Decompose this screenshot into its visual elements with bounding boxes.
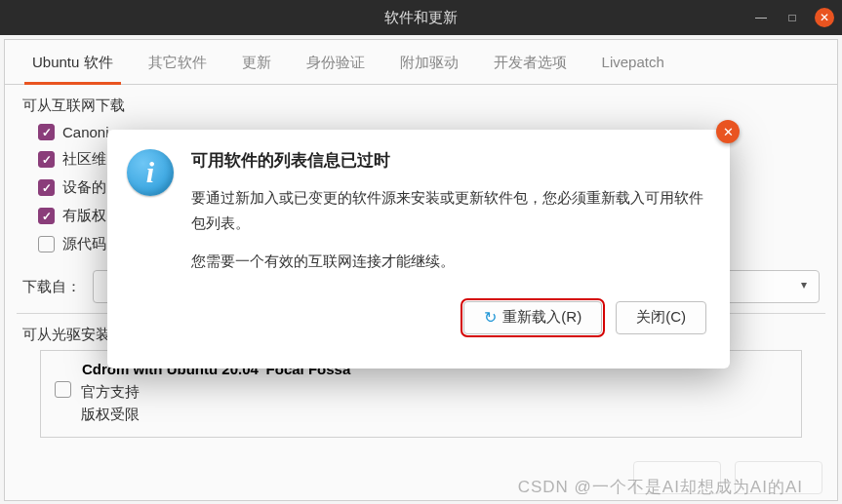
- reload-button[interactable]: ↻ 重新载入(R): [463, 301, 602, 334]
- tab-authentication[interactable]: 身份验证: [289, 40, 382, 84]
- download-label: 下载自：: [22, 278, 83, 296]
- modal-title: 可用软件的列表信息已过时: [191, 149, 706, 172]
- info-icon: i: [127, 149, 174, 196]
- checkbox-icon[interactable]: [55, 381, 71, 398]
- modal-close-button[interactable]: 关闭(C): [616, 301, 706, 334]
- modal-text: 可用软件的列表信息已过时 要通过新加入或已变更的软件源来安装或更新软件包，您必须…: [191, 149, 706, 288]
- checkbox-icon[interactable]: [38, 151, 55, 168]
- close-label: 关闭(C): [636, 308, 686, 327]
- modal-line1: 要通过新加入或已变更的软件源来安装或更新软件包，您必须重新载入可用软件包列表。: [191, 185, 706, 235]
- reload-icon: ↻: [484, 308, 497, 327]
- check-label: 设备的: [62, 178, 106, 197]
- tab-developer-options[interactable]: 开发者选项: [476, 40, 584, 84]
- modal-line2: 您需要一个有效的互联网连接才能继续。: [191, 249, 706, 274]
- reload-modal: ✕ i 可用软件的列表信息已过时 要通过新加入或已变更的软件源来安装或更新软件包…: [107, 130, 730, 368]
- section-title: 可从互联网下载: [22, 97, 820, 115]
- check-label: Canoni: [62, 124, 109, 140]
- tab-other-software[interactable]: 其它软件: [131, 40, 224, 84]
- modal-actions: ↻ 重新载入(R) 关闭(C): [107, 301, 730, 354]
- cdrom-sub: 官方支持 版权受限: [81, 381, 140, 425]
- check-label: 社区维: [62, 150, 106, 169]
- titlebar-controls: — □ ✕: [752, 8, 834, 27]
- watermark: CSDN @一个不是AI却想成为AI的AI: [518, 476, 803, 498]
- tab-updates[interactable]: 更新: [224, 40, 289, 84]
- checkbox-icon[interactable]: [38, 179, 55, 196]
- checkbox-icon[interactable]: [38, 236, 55, 252]
- modal-body: i 可用软件的列表信息已过时 要通过新加入或已变更的软件源来安装或更新软件包，您…: [107, 130, 730, 301]
- checkbox-icon[interactable]: [38, 124, 55, 140]
- checkbox-icon[interactable]: [38, 208, 55, 224]
- window-titlebar: 软件和更新 — □ ✕: [0, 0, 842, 35]
- minimize-icon[interactable]: —: [752, 9, 770, 26]
- modal-close-icon[interactable]: ✕: [716, 120, 740, 143]
- cdrom-sub1: 官方支持: [81, 381, 140, 404]
- maximize-icon[interactable]: □: [783, 9, 801, 26]
- reload-label: 重新载入(R): [502, 308, 581, 327]
- tab-livepatch[interactable]: Livepatch: [584, 40, 682, 84]
- check-label: 有版权: [62, 207, 106, 225]
- check-label: 源代码: [62, 235, 106, 253]
- cdrom-sub2: 版权受限: [81, 404, 140, 426]
- tab-bar: Ubuntu 软件 其它软件 更新 身份验证 附加驱动 开发者选项 Livepa…: [5, 40, 837, 85]
- close-icon[interactable]: ✕: [815, 8, 834, 27]
- window-title: 软件和更新: [384, 9, 458, 27]
- tab-additional-drivers[interactable]: 附加驱动: [382, 40, 476, 84]
- tab-ubuntu-software[interactable]: Ubuntu 软件: [15, 40, 131, 84]
